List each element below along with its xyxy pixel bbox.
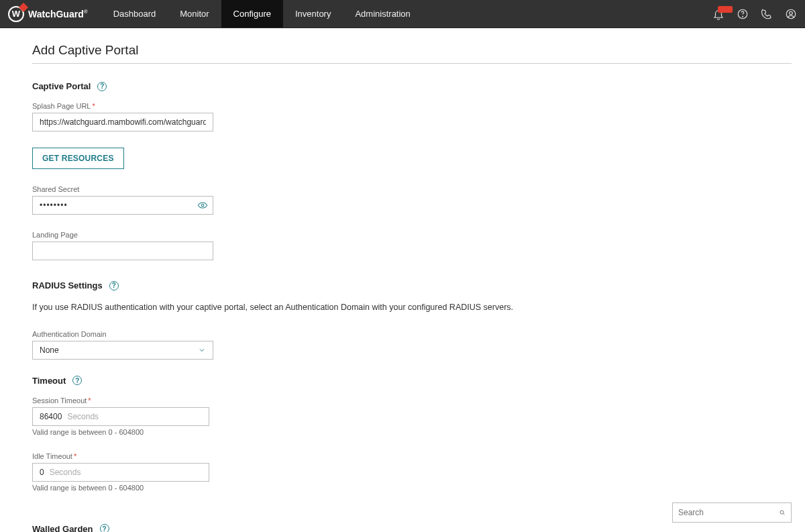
notification-badge bbox=[718, 6, 733, 13]
radius-description: If you use RADIUS authentication with yo… bbox=[32, 301, 792, 314]
idle-timeout-hint: Valid range is between 0 - 604800 bbox=[32, 484, 792, 492]
search-box[interactable] bbox=[672, 502, 792, 523]
search-icon[interactable] bbox=[779, 508, 786, 518]
help-icon[interactable] bbox=[737, 8, 749, 20]
svg-point-3 bbox=[790, 11, 793, 15]
session-timeout-input[interactable]: 86400 Seconds bbox=[32, 407, 209, 426]
splash-url-label: Splash Page URL* bbox=[32, 102, 792, 110]
splash-url-input[interactable] bbox=[32, 113, 213, 131]
shared-secret-label: Shared Secret bbox=[32, 185, 792, 193]
svg-point-4 bbox=[201, 204, 203, 206]
auth-domain-label: Authentication Domain bbox=[32, 330, 792, 338]
topbar-right bbox=[712, 8, 797, 20]
get-resources-button[interactable]: GET RESOURCES bbox=[32, 148, 124, 169]
idle-timeout-unit: Seconds bbox=[50, 468, 81, 477]
nav-administration[interactable]: Administration bbox=[343, 0, 422, 28]
svg-point-5 bbox=[780, 511, 784, 514]
nav-monitor[interactable]: Monitor bbox=[168, 0, 221, 28]
reveal-password-icon[interactable] bbox=[197, 200, 208, 211]
logo-mark-icon: W bbox=[8, 6, 24, 22]
svg-point-1 bbox=[743, 16, 743, 17]
section-captive-portal-title: Captive Portal bbox=[32, 81, 91, 91]
auth-domain-value: None bbox=[40, 345, 59, 355]
idle-timeout-input[interactable]: 0 Seconds bbox=[32, 463, 209, 482]
phone-icon[interactable] bbox=[761, 8, 773, 20]
help-timeout-icon[interactable]: ? bbox=[72, 376, 82, 385]
shared-secret-input[interactable] bbox=[32, 196, 213, 215]
brand-name: WatchGuard® bbox=[28, 9, 88, 19]
help-walled-icon[interactable]: ? bbox=[100, 524, 109, 532]
help-radius-icon[interactable]: ? bbox=[109, 281, 119, 290]
search-input[interactable] bbox=[678, 508, 779, 517]
idle-timeout-value: 0 bbox=[40, 468, 44, 477]
section-radius-header: RADIUS Settings ? bbox=[32, 280, 792, 290]
help-captive-portal-icon[interactable]: ? bbox=[97, 82, 107, 91]
nav-dashboard[interactable]: Dashboard bbox=[101, 0, 168, 28]
chevron-down-icon bbox=[198, 346, 206, 354]
section-timeout-title: Timeout bbox=[32, 376, 66, 386]
idle-timeout-label: Idle Timeout* bbox=[32, 452, 792, 460]
page-content: Add Captive Portal Captive Portal ? Spla… bbox=[0, 28, 805, 532]
primary-nav: Dashboard Monitor Configure Inventory Ad… bbox=[101, 0, 423, 28]
brand-logo[interactable]: W WatchGuard® bbox=[8, 6, 88, 22]
nav-configure[interactable]: Configure bbox=[221, 0, 283, 28]
user-account-icon[interactable] bbox=[785, 8, 797, 20]
section-timeout-header: Timeout ? bbox=[32, 376, 792, 386]
landing-page-label: Landing Page bbox=[32, 231, 792, 239]
session-timeout-unit: Seconds bbox=[67, 412, 99, 421]
topbar: W WatchGuard® Dashboard Monitor Configur… bbox=[0, 0, 805, 28]
session-timeout-hint: Valid range is between 0 - 604800 bbox=[32, 428, 792, 436]
section-walled-header: Walled Garden ? bbox=[32, 524, 792, 532]
section-captive-portal-header: Captive Portal ? bbox=[32, 81, 792, 91]
notification-bell-icon[interactable] bbox=[712, 8, 724, 20]
auth-domain-select[interactable]: None bbox=[32, 341, 213, 360]
session-timeout-label: Session Timeout* bbox=[32, 396, 792, 405]
page-title: Add Captive Portal bbox=[32, 43, 792, 64]
nav-inventory[interactable]: Inventory bbox=[283, 0, 343, 28]
session-timeout-value: 86400 bbox=[40, 412, 62, 421]
landing-page-input[interactable] bbox=[32, 242, 213, 260]
section-radius-title: RADIUS Settings bbox=[32, 280, 103, 290]
section-walled-title: Walled Garden bbox=[32, 524, 93, 532]
